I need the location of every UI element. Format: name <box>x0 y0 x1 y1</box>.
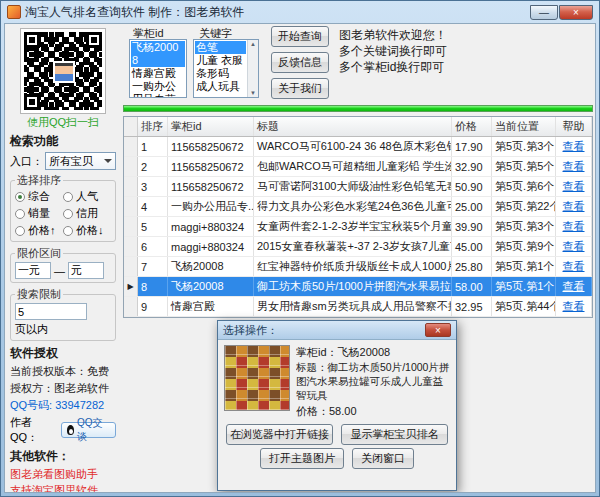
sort-option-credit[interactable]: 信用 <box>63 206 111 221</box>
shop-id-item[interactable]: 一购办公用品专营店 <box>131 80 185 98</box>
start-query-button[interactable]: 开始查询 <box>271 26 329 47</box>
price-separator: — <box>54 265 65 277</box>
view-link[interactable]: 查看 <box>563 179 585 194</box>
keyword-item[interactable]: 色笔 <box>195 41 246 54</box>
cell-title: 得力文具办公彩色水彩笔24色36色儿童可水洗绘... <box>254 197 452 216</box>
scroll-up-icon[interactable]: ▲ <box>250 41 256 47</box>
close-window-button[interactable]: 关闭窗口 <box>352 448 414 469</box>
price-min-input[interactable] <box>15 262 51 279</box>
view-link[interactable]: 查看 <box>563 199 585 214</box>
view-link[interactable]: 查看 <box>563 139 585 154</box>
close-button[interactable]: × <box>559 5 593 20</box>
cell-price: 17.90 <box>452 137 492 156</box>
cell-price: 58.00 <box>452 277 492 296</box>
shop-id-item[interactable]: 飞杨20008 <box>131 41 185 67</box>
table-row[interactable]: 7 飞杨20008 红宝神器特价纸质升级版丝卡成人1000片拼图儿... 25.… <box>124 257 592 277</box>
row-indicator <box>124 237 138 256</box>
sort-option-label: 综合 <box>28 189 50 204</box>
keyword-list[interactable]: 色笔 儿童 衣服 条形码 成人玩具 ▲ ▼ <box>193 39 259 98</box>
welcome-line: 图老弟软件欢迎您！ <box>339 27 447 43</box>
cell-title: 2015女童春秋薯装+-37 2-3岁女孩7儿童7双休闲... <box>254 237 452 256</box>
table-row[interactable]: 9 情趣宫殿 男女用情趣sm另类玩具成人用品警察不拘捕约合... 32.95 第… <box>124 297 592 317</box>
price-range-row: — <box>15 262 111 279</box>
view-link[interactable]: 查看 <box>563 239 585 254</box>
open-main-image-button[interactable]: 打开主题图片 <box>260 448 344 469</box>
shop-id-list[interactable]: 飞杨20008 情趣宫殿 一购办公用品专营店 maggi+880324 <box>129 39 187 98</box>
table-row[interactable]: 6 maggi+880324 2015女童春秋薯装+-37 2-3岁女孩7儿童7… <box>124 237 592 257</box>
radio-icon <box>63 209 73 219</box>
table-row[interactable]: 5 maggi+880324 女童两件套2-1-2-3岁半宝宝秋装5个月童装儿童… <box>124 217 592 237</box>
open-in-browser-button[interactable]: 在浏览器中打开链接 <box>226 424 333 445</box>
minimize-button[interactable]: — <box>530 5 558 20</box>
cell-help: 查看 <box>556 137 592 156</box>
keyword-scrollbar[interactable]: ▲ ▼ <box>247 40 258 97</box>
author-qq-label: 作者QQ： <box>10 415 57 445</box>
qr-eye-icon <box>24 94 40 110</box>
welcome-line: 多个掌柜id换行即可 <box>339 59 447 75</box>
cell-position: 第5页.第1个 <box>492 257 556 276</box>
keyword-item[interactable]: 条形码 <box>195 67 246 80</box>
cell-price: 50.90 <box>452 177 492 196</box>
sort-option-price-asc[interactable]: 价格↑ <box>15 223 63 238</box>
search-limit-label: 搜索限制 <box>15 287 63 302</box>
cell-title: 男女用情趣sm另类玩具成人用品警察不拘捕约合... <box>254 297 452 316</box>
app-window: 淘宝人气排名查询软件 制作：图老弟软件 — × 使用QQ扫一扫 检索功能 入口：… <box>0 0 600 497</box>
view-link[interactable]: 查看 <box>563 219 585 234</box>
cell-price: 25.00 <box>452 197 492 216</box>
cell-title: WARCO马可6100-24 36 48色原木彩色铅笔环保绘... <box>254 137 452 156</box>
shop-id-item[interactable]: 情趣宫殿 <box>131 67 185 80</box>
radio-checked-icon <box>15 192 25 202</box>
header-shop-id: 掌柜id <box>168 117 254 136</box>
dialog-buttons-row-1: 在浏览器中打开链接 显示掌柜宝贝排名 <box>218 421 456 445</box>
scroll-down-icon[interactable]: ▼ <box>250 90 256 96</box>
welcome-line: 多个关键词换行即可 <box>339 43 447 59</box>
table-row[interactable]: 1 115658250672 WARCO马可6100-24 36 48色原木彩色… <box>124 137 592 157</box>
page-limit-input[interactable] <box>15 303 87 320</box>
cell-help: 查看 <box>556 217 592 236</box>
product-thumbnail[interactable] <box>224 345 290 411</box>
sort-option-price-desc[interactable]: 价格↓ <box>63 223 111 238</box>
other-software-desc: 支持淘宝图里软件、京东、苏宁、1号店、唯品会等店铺图片一键下载 <box>10 483 116 492</box>
dialog-buttons-row-2: 打开主题图片 关闭窗口 <box>218 445 456 469</box>
qq-number-link[interactable]: QQ号码: 33947282 <box>10 398 116 413</box>
row-indicator <box>124 277 138 296</box>
cell-shop-id: 115658250672 <box>168 157 254 176</box>
cell-rank: 2 <box>138 157 168 176</box>
about-button[interactable]: 关于我们 <box>271 78 329 99</box>
sort-option-label: 人气 <box>76 189 98 204</box>
qq-chat-button[interactable]: QQ交谈 <box>61 422 116 438</box>
cell-position: 第5页.第6个 <box>492 177 556 196</box>
table-row[interactable]: 4 一购办公用品专... 得力文具办公彩色水彩笔24色36色儿童可水洗绘... … <box>124 197 592 217</box>
sort-option-popularity[interactable]: 人气 <box>63 189 111 204</box>
row-indicator <box>124 157 138 176</box>
dialog-item-title: 标题：御工坊木质50片/1000片拼图汽水果易拉罐可乐成人儿童益智玩具 <box>296 361 450 402</box>
show-shop-rank-button[interactable]: 显示掌柜宝贝排名 <box>341 424 448 445</box>
cell-shop-id: 115658250672 <box>168 177 254 196</box>
sort-option-label: 信用 <box>76 206 98 221</box>
table-row-selected[interactable]: 8 飞杨20008 御工坊木质50片/1000片拼图汽水果易拉罐可乐成... 5… <box>124 277 592 297</box>
view-link[interactable]: 查看 <box>563 279 585 294</box>
radio-icon <box>63 192 73 202</box>
sort-option-sales[interactable]: 销量 <box>15 206 63 221</box>
cell-position: 第5页.第22个 <box>492 197 556 216</box>
price-max-input[interactable] <box>68 262 104 279</box>
view-link[interactable]: 查看 <box>563 259 585 274</box>
view-link[interactable]: 查看 <box>563 159 585 174</box>
keyword-item[interactable]: 成人玩具 <box>195 80 246 93</box>
table-row[interactable]: 3 115658250672 马可雷诺阿3100大师级油性彩色铅笔无毒可水洗..… <box>124 177 592 197</box>
keyword-item[interactable]: 儿童 衣服 <box>195 54 246 67</box>
dialog-shop-line: 掌柜id：飞杨20008 <box>296 345 450 359</box>
radio-icon <box>15 209 25 219</box>
entry-select[interactable]: 所有宝贝 <box>45 152 116 170</box>
cell-shop-id: maggi+880324 <box>168 237 254 256</box>
feedback-button[interactable]: 反馈信息 <box>271 52 329 73</box>
author-row: 作者QQ： QQ交谈 <box>10 415 116 445</box>
window-title: 淘宝人气排名查询软件 制作：图老弟软件 <box>25 4 244 21</box>
view-link[interactable]: 查看 <box>563 299 585 314</box>
table-row[interactable]: 2 115658250672 包邮WARCO马可超精细儿童彩铅 学生涂鸦彩色铅.… <box>124 157 592 177</box>
sort-option-composite[interactable]: 综合 <box>15 189 63 204</box>
dialog-item-price: 价格：58.00 <box>296 404 450 418</box>
welcome-text: 图老弟软件欢迎您！ 多个关键词换行即可 多个掌柜id换行即可 <box>339 27 447 75</box>
price-range-label: 限价区间 <box>15 246 63 261</box>
dialog-close-button[interactable]: × <box>425 323 451 337</box>
